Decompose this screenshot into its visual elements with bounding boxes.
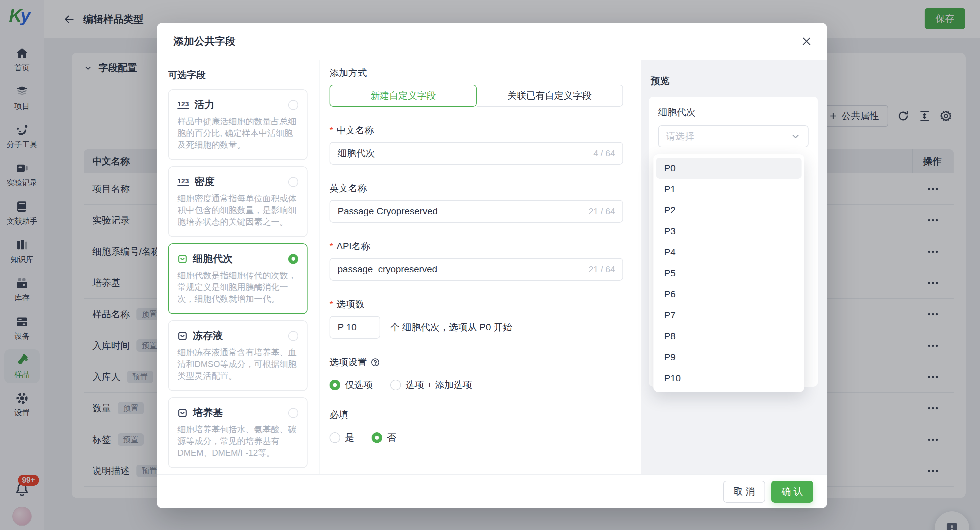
- option-setting-label: 选项设置: [329, 356, 623, 369]
- field-card-list: 123 活力 样品中健康活细胞的数量占总细胞的百分比, 确定样本中活细胞及死细胞…: [168, 89, 307, 468]
- radio-circle: [390, 380, 401, 390]
- cn-name-field-wrap: 4 / 64: [329, 142, 623, 165]
- field-card-radio[interactable]: [288, 254, 298, 264]
- required-asterisk: *: [329, 242, 333, 251]
- en-name-field-wrap: 21 / 64: [329, 200, 623, 223]
- modal-footer: 取 消 确 认: [157, 474, 827, 508]
- field-card-radio[interactable]: [288, 408, 298, 418]
- cancel-button[interactable]: 取 消: [723, 481, 765, 503]
- number-icon: 123: [177, 178, 189, 186]
- preview-field-label: 细胞代次: [658, 106, 808, 119]
- dropdown-option-p6[interactable]: P6: [656, 284, 802, 305]
- radio-circle: [329, 380, 340, 390]
- api-name-input[interactable]: [337, 264, 583, 275]
- en-name-input[interactable]: [337, 206, 583, 217]
- option-setting-radios: 仅选项 选项 + 添加选项: [329, 379, 623, 391]
- preview-panel: 预览 细胞代次 请选择 P0 P1 P2: [641, 60, 827, 474]
- modal-header: 添加公共字段: [157, 23, 827, 60]
- field-card-radio[interactable]: [288, 331, 298, 341]
- select-icon: [177, 408, 188, 418]
- field-card-title: 冻存液: [193, 329, 283, 343]
- modal-body: 可选字段 123 活力 样品中健康活细胞的数量占总细胞的百分比, 确定样本中活细…: [157, 60, 827, 474]
- select-icon: [177, 331, 188, 341]
- field-card-title: 培养基: [193, 406, 283, 420]
- api-name-counter: 21 / 64: [589, 264, 615, 275]
- help-icon[interactable]: [370, 357, 380, 367]
- select-icon: [177, 254, 188, 264]
- required-setting-radios: 是 否: [329, 431, 623, 444]
- add-method-tabs: 新建自定义字段 关联已有自定义字段: [329, 85, 623, 107]
- dropdown-option-p1[interactable]: P1: [656, 179, 802, 200]
- en-name-counter: 21 / 64: [589, 206, 615, 217]
- field-card-radio[interactable]: [288, 177, 298, 187]
- close-icon[interactable]: [800, 35, 813, 47]
- field-card-title: 细胞代次: [193, 252, 283, 266]
- dropdown-option-p8[interactable]: P8: [656, 326, 802, 347]
- required-setting-label: 必填: [329, 409, 623, 421]
- radio-circle: [372, 432, 382, 443]
- api-name-label: * API名称: [329, 240, 623, 253]
- modal-title: 添加公共字段: [173, 34, 235, 48]
- field-card-radio[interactable]: [288, 100, 298, 110]
- tab-new-custom-field[interactable]: 新建自定义字段: [329, 85, 477, 107]
- preview-select-dropdown: P0 P1 P2 P3 P4 P5 P6: [654, 154, 804, 392]
- field-card-description: 细胞冻存液通常含有培养基、血清和DMSO等成分，可根据细胞类型灵活配置。: [177, 347, 298, 382]
- en-name-label: 英文名称: [329, 182, 623, 195]
- cn-name-input[interactable]: [337, 148, 588, 159]
- required-asterisk: *: [329, 300, 333, 309]
- option-count-input[interactable]: [337, 322, 372, 333]
- preview-heading: 预览: [651, 75, 818, 87]
- selectable-fields-heading: 可选字段: [168, 69, 319, 81]
- field-card-description: 样品中健康活细胞的数量占总细胞的百分比, 确定样本中活细胞及死细胞的数量。: [177, 116, 298, 151]
- cn-name-counter: 4 / 64: [593, 148, 615, 159]
- add-method-label: 添加方式: [329, 67, 623, 79]
- radio-option-options-plus-add[interactable]: 选项 + 添加选项: [390, 379, 473, 391]
- preview-select[interactable]: 请选择: [658, 125, 808, 148]
- field-card-vitality[interactable]: 123 活力 样品中健康活细胞的数量占总细胞的百分比, 确定样本中活细胞及死细胞…: [168, 89, 307, 160]
- chevron-down-icon: [791, 131, 800, 141]
- number-icon: 123: [177, 101, 189, 109]
- confirm-button[interactable]: 确 认: [771, 481, 813, 503]
- dropdown-option-p0[interactable]: P0: [656, 158, 802, 179]
- selectable-fields-panel: 可选字段 123 活力 样品中健康活细胞的数量占总细胞的百分比, 确定样本中活细…: [157, 60, 320, 474]
- field-card-description: 细胞密度通常指每单位面积或体积中包含的细胞数量，是影响细胞培养状态的关键因素之一…: [177, 193, 298, 228]
- option-count-label: * 选项数: [329, 298, 623, 311]
- dropdown-option-p5[interactable]: P5: [656, 263, 802, 284]
- option-count-suffix: 个 细胞代次，选项从 P0 开始: [390, 321, 512, 334]
- add-public-field-modal: 添加公共字段 可选字段 123 活力 样品中健康活细胞的数量占总细胞的百分: [157, 23, 827, 508]
- field-card-title: 密度: [194, 175, 283, 189]
- dropdown-option-p10[interactable]: P10: [656, 368, 802, 389]
- dropdown-option-p7[interactable]: P7: [656, 305, 802, 326]
- dropdown-option-p9[interactable]: P9: [656, 347, 802, 368]
- select-placeholder: 请选择: [666, 130, 791, 143]
- field-card-cell-passage[interactable]: 细胞代次 细胞代数是指细胞传代的次数，常规定义是细胞用胰酶消化一次，细胞代数就增…: [168, 243, 307, 314]
- field-card-cryo-medium[interactable]: 冻存液 细胞冻存液通常含有培养基、血清和DMSO等成分，可根据细胞类型灵活配置。: [168, 321, 307, 391]
- radio-option-yes[interactable]: 是: [329, 431, 354, 444]
- field-card-density[interactable]: 123 密度 细胞密度通常指每单位面积或体积中包含的细胞数量，是影响细胞培养状态…: [168, 166, 307, 237]
- app-window: Ky 首页 项目 分子工具 实验记录 文献助手: [0, 0, 980, 530]
- field-card-culture-medium[interactable]: 培养基 细胞培养基包括水、氨基酸、碳源等成分，常见的培养基有DMEM、DMEM/…: [168, 397, 307, 468]
- option-count-row: 个 细胞代次，选项从 P0 开始: [329, 316, 623, 339]
- dropdown-option-p2[interactable]: P2: [656, 200, 802, 221]
- option-count-field-wrap: [329, 316, 380, 339]
- radio-option-no[interactable]: 否: [372, 431, 396, 444]
- dropdown-option-p3[interactable]: P3: [656, 221, 802, 242]
- field-card-description: 细胞代数是指细胞传代的次数，常规定义是细胞用胰酶消化一次，细胞代数就增加一代。: [177, 270, 298, 305]
- cn-name-label: * 中文名称: [329, 124, 623, 136]
- field-card-description: 细胞培养基包括水、氨基酸、碳源等成分，常见的培养基有DMEM、DMEM/F-12…: [177, 424, 298, 459]
- required-asterisk: *: [329, 126, 333, 135]
- radio-circle: [329, 432, 340, 443]
- dropdown-option-p4[interactable]: P4: [656, 242, 802, 263]
- field-form: 添加方式 新建自定义字段 关联已有自定义字段 * 中文名称 4 / 64: [320, 60, 641, 474]
- api-name-field-wrap: 21 / 64: [329, 258, 623, 281]
- tab-link-existing-field[interactable]: 关联已有自定义字段: [477, 85, 623, 107]
- radio-option-only-options[interactable]: 仅选项: [329, 379, 373, 391]
- field-card-title: 活力: [194, 98, 283, 112]
